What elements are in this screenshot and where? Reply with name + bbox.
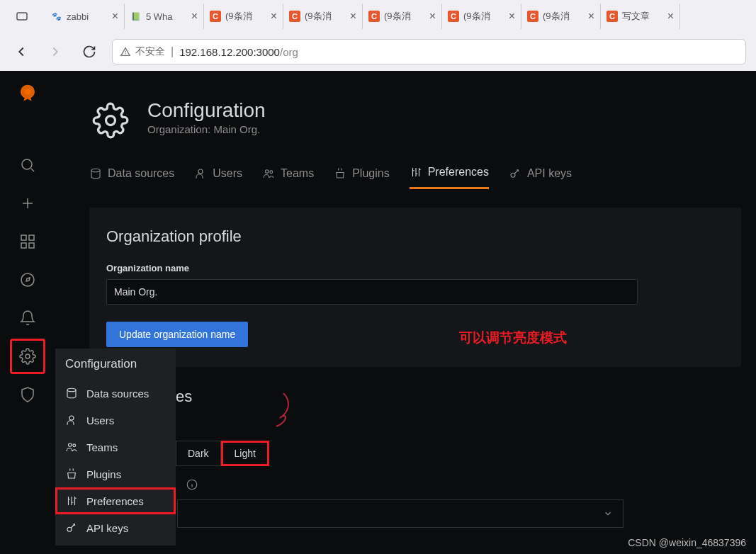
page-title: Configuration [147,99,266,122]
tabs: Data sources Users Teams Plugins Prefere… [89,166,756,189]
flyout-title: Configuration [55,349,176,380]
csdn-favicon-icon: C [607,11,618,22]
annotation-text: 可以调节亮度模式 [459,329,567,347]
browser-chrome: 🐾 zabbi × 📗 5 Wha × C (9条消 × C (9条消 × C … [0,0,756,71]
flyout-teams[interactable]: Teams [55,434,176,460]
csdn-favicon-icon: C [289,11,300,22]
browser-tab-4[interactable]: C (9条消 × [363,4,442,29]
close-icon[interactable]: × [112,10,118,23]
org-name-input[interactable] [106,279,638,305]
url-input[interactable]: 不安全 | 192.168.12.200:3000/org [112,39,746,64]
close-icon[interactable]: × [588,10,594,23]
insecure-icon: 不安全 [120,45,165,58]
favicon-icon: 📗 [130,11,142,22]
flyout-plugins[interactable]: Plugins [55,460,176,487]
forward-button[interactable] [44,40,67,63]
zabbix-favicon-icon: 🐾 [51,11,62,22]
page-subtitle: Organization: Main Org. [147,123,266,135]
svg-rect-0 [17,13,27,20]
dashboards-icon[interactable] [10,224,45,259]
grafana-logo-icon[interactable] [13,81,42,109]
svg-point-15 [67,388,76,392]
svg-point-7 [21,273,34,286]
close-icon[interactable]: × [509,10,515,23]
svg-point-1 [25,89,31,96]
info-icon[interactable] [186,478,198,494]
browser-tab-6[interactable]: C (9条消 × [521,4,601,29]
svg-point-16 [69,416,74,420]
svg-point-8 [26,354,30,358]
svg-rect-5 [21,243,26,248]
config-flyout-menu: Configuration Data sources Users Teams P… [55,349,176,545]
close-icon[interactable]: × [667,10,674,23]
dropdown-select[interactable] [177,499,624,528]
tab-teams[interactable]: Teams [262,166,314,189]
svg-point-10 [91,169,100,172]
svg-point-17 [69,443,72,447]
browser-tab-3[interactable]: C (9条消 × [283,4,363,29]
theme-dark-button[interactable]: Dark [176,441,221,466]
tab-api-keys[interactable]: API keys [509,166,572,189]
svg-point-2 [22,159,32,169]
svg-rect-6 [29,243,34,248]
refresh-button[interactable] [78,40,101,63]
csdn-favicon-icon: C [527,11,538,22]
browser-tab-1[interactable]: 📗 5 Wha × [125,4,204,29]
svg-point-18 [73,444,76,447]
svg-point-14 [511,173,515,177]
firefox-app-icon[interactable] [13,7,31,26]
csdn-favicon-icon: C [448,11,459,22]
close-icon[interactable]: × [191,10,198,23]
gear-icon [89,99,132,142]
page-header: Configuration Organization: Main Org. [89,99,756,142]
tab-plugins[interactable]: Plugins [334,166,389,189]
close-icon[interactable]: × [350,10,356,23]
close-icon[interactable]: × [429,10,436,23]
flyout-api-keys[interactable]: API keys [55,514,176,541]
theme-light-button[interactable]: Light [221,441,269,466]
svg-rect-4 [29,235,34,240]
svg-rect-3 [21,235,26,240]
explore-icon[interactable] [10,262,45,298]
update-org-name-button[interactable]: Update organization name [106,322,248,347]
partial-text-fragment: es [176,388,192,406]
server-admin-icon[interactable] [10,377,45,412]
panel-title: Organization profile [106,227,724,246]
svg-point-11 [198,169,203,174]
theme-selector: Dark Light [176,441,269,466]
chevron-down-icon [603,509,613,519]
org-name-label: Organization name [106,263,724,273]
svg-point-9 [106,116,115,125]
alerting-icon[interactable] [10,300,45,336]
url-bar: 不安全 | 192.168.12.200:3000/org [0,33,756,71]
url-text: 192.168.12.200:3000/org [179,46,298,58]
search-icon[interactable] [10,147,45,183]
browser-tab-5[interactable]: C (9条消 × [442,4,521,29]
svg-point-19 [67,527,72,531]
configuration-icon[interactable] [10,339,45,374]
csdn-favicon-icon: C [210,11,221,22]
browser-tab-2[interactable]: C (9条消 × [204,4,283,29]
watermark: CSDN @weixin_46837396 [628,537,746,548]
tab-data-sources[interactable]: Data sources [89,166,174,189]
back-button[interactable] [10,40,33,63]
svg-point-13 [270,170,273,173]
svg-point-12 [266,169,269,173]
browser-tab-7[interactable]: C 写文章 × [601,4,680,29]
org-profile-panel: Organization profile Organization name U… [89,208,741,367]
flyout-preferences[interactable]: Preferences [55,487,176,514]
tab-preferences[interactable]: Preferences [410,166,489,189]
flyout-users[interactable]: Users [55,407,176,434]
tab-users[interactable]: Users [194,166,242,189]
plus-icon[interactable] [10,186,45,221]
browser-tab-0[interactable]: 🐾 zabbi × [45,4,125,29]
tab-bar: 🐾 zabbi × 📗 5 Wha × C (9条消 × C (9条消 × C … [0,0,756,33]
csdn-favicon-icon: C [368,11,380,22]
close-icon[interactable]: × [271,10,277,23]
flyout-data-sources[interactable]: Data sources [55,380,176,407]
sidebar [0,71,55,554]
